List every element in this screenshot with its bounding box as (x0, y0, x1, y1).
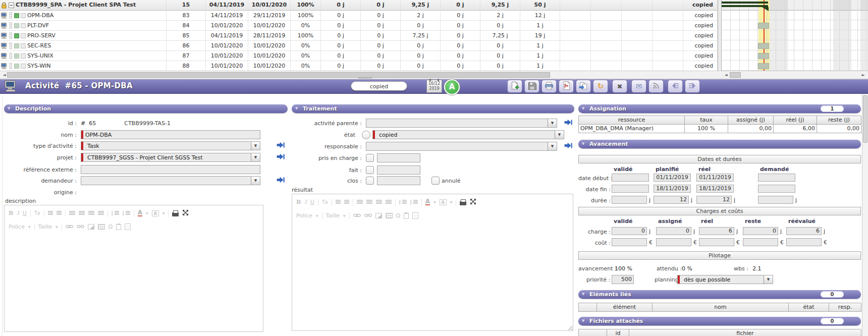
section-avancement[interactable]: Avancement (578, 140, 861, 148)
annule-checkbox[interactable] (431, 177, 440, 185)
editor-print-icon[interactable] (460, 201, 466, 205)
source-icon[interactable] (412, 212, 418, 219)
responsable-select[interactable] (366, 142, 557, 151)
size-select[interactable]: Taille (326, 212, 340, 219)
resultat-editor-content[interactable] (292, 221, 573, 322)
cout-reevalue[interactable] (786, 238, 822, 246)
date-debut-demande[interactable] (758, 174, 795, 182)
vscroll-thumb[interactable] (863, 95, 867, 143)
editor-print-icon[interactable] (172, 212, 179, 216)
numbered-list-icon[interactable] (399, 200, 407, 205)
remove-format-icon[interactable]: Tx (34, 210, 40, 216)
activite-parente-select[interactable] (366, 119, 557, 128)
col-element[interactable]: élément (597, 303, 653, 312)
dropdown-arrow-icon[interactable] (555, 131, 564, 139)
section-elements-lies[interactable]: Eléments liés0 (578, 290, 861, 299)
goto-type-icon[interactable] (277, 142, 285, 148)
bullet-list-icon[interactable] (410, 200, 418, 205)
align-right-icon[interactable] (376, 200, 382, 205)
charge-assigne[interactable]: 0 (656, 227, 691, 235)
underline-icon[interactable]: U (23, 210, 27, 216)
outdent-icon[interactable] (48, 211, 53, 216)
bold-icon[interactable]: B (296, 199, 301, 205)
maximize-icon[interactable] (470, 198, 476, 206)
link-icon[interactable] (353, 212, 361, 219)
paste-icon[interactable] (116, 224, 121, 230)
resultat-editor[interactable]: B I U Tx A▼ A▼ (292, 194, 573, 331)
section-description[interactable]: Description (4, 104, 288, 113)
link-icon[interactable] (66, 223, 73, 230)
pris-en-charge-date[interactable] (377, 153, 420, 162)
projet-select[interactable]: CTBB9997_SGSS - Projet Client SGSS Test (81, 153, 260, 162)
table-icon[interactable] (386, 213, 393, 218)
priorite-field[interactable]: 500 (612, 275, 634, 284)
italic-icon[interactable]: I (304, 199, 306, 205)
unlink-icon[interactable] (364, 212, 372, 219)
date-fin-demande[interactable] (758, 185, 795, 193)
cout-assigne[interactable] (656, 238, 691, 246)
section-assignation[interactable]: Assignation1 (578, 104, 861, 113)
bg-color-icon[interactable]: A (440, 199, 447, 205)
planning-select[interactable]: dès que possible (677, 275, 773, 284)
align-justify-icon[interactable] (386, 200, 392, 205)
col-reste[interactable]: reste (j) (817, 116, 861, 125)
duree-valide[interactable] (612, 196, 647, 204)
dropdown-arrow-icon[interactable] (548, 142, 557, 150)
description-editor-content[interactable] (5, 233, 263, 323)
align-right-icon[interactable] (88, 211, 94, 216)
bold-icon[interactable]: B (9, 210, 13, 216)
underline-icon[interactable]: U (310, 199, 314, 205)
bg-color-icon[interactable]: A (152, 210, 159, 216)
align-justify-icon[interactable] (98, 211, 104, 216)
col-reel[interactable]: réel (j) (774, 116, 817, 125)
cout-reste[interactable] (743, 238, 778, 246)
goto-responsable-icon[interactable] (564, 142, 572, 149)
clos-checkbox[interactable] (366, 177, 374, 185)
italic-icon[interactable]: I (17, 210, 19, 216)
reference-externe-field[interactable] (81, 165, 260, 174)
charge-valide[interactable]: 0 (612, 227, 647, 235)
date-fin-valide[interactable] (612, 185, 649, 193)
image-icon[interactable] (375, 213, 382, 218)
col-ressource[interactable]: ressource (579, 116, 685, 125)
pane-collapse-handle[interactable] (358, 77, 372, 79)
numbered-list-icon[interactable] (112, 211, 119, 216)
bullet-list-icon[interactable] (123, 211, 130, 216)
align-left-icon[interactable] (69, 211, 75, 216)
indent-icon[interactable] (344, 200, 349, 205)
dropdown-arrow-icon[interactable] (251, 153, 260, 161)
charge-reevalue[interactable]: 6 (786, 227, 822, 235)
date-fin-reel[interactable]: 18/11/2019 (696, 185, 734, 193)
indent-icon[interactable] (57, 211, 62, 216)
section-traitement[interactable]: Traitement (292, 104, 574, 113)
remove-format-icon[interactable]: Tx (322, 199, 328, 205)
fait-checkbox[interactable] (366, 166, 374, 174)
vertical-scrollbar[interactable] (862, 94, 868, 336)
col-assigne[interactable]: assigné (j) (728, 116, 774, 125)
cout-reel[interactable] (699, 238, 734, 246)
special-char-icon[interactable]: Ω (108, 223, 113, 230)
dropdown-arrow-icon[interactable] (251, 177, 260, 185)
text-color-icon[interactable]: A (425, 199, 430, 205)
pris-en-charge-checkbox[interactable] (366, 154, 374, 162)
image-icon[interactable] (88, 224, 94, 230)
resize-handle[interactable] (567, 325, 572, 330)
date-debut-reel[interactable]: 01/11/2019 (696, 174, 734, 182)
etat-select[interactable]: copied (372, 130, 564, 139)
special-char-icon[interactable]: Ω (396, 212, 400, 219)
table-icon[interactable] (98, 224, 105, 230)
nom-field[interactable]: OPM-DBA (81, 130, 260, 139)
dropdown-arrow-icon[interactable] (764, 275, 773, 284)
text-color-icon[interactable]: A (138, 210, 142, 216)
section-fichiers-attaches[interactable]: Fichiers attachés0 (578, 317, 861, 325)
duree-planifie[interactable]: 12 (654, 196, 689, 204)
col-nom[interactable]: nom (653, 303, 789, 312)
date-fin-planifie[interactable]: 18/11/2019 (654, 185, 691, 193)
date-debut-planifie[interactable]: 01/11/2019 (654, 174, 691, 182)
duree-demande[interactable] (758, 196, 793, 204)
outdent-icon[interactable] (336, 200, 341, 205)
dropdown-arrow-icon[interactable] (548, 119, 557, 127)
dropdown-arrow-icon[interactable] (251, 142, 260, 150)
assignation-row[interactable]: OPM_DBA_DMA (Manager) 100 % 0,00 6,00 0,… (579, 125, 861, 133)
align-center-icon[interactable] (366, 200, 372, 205)
